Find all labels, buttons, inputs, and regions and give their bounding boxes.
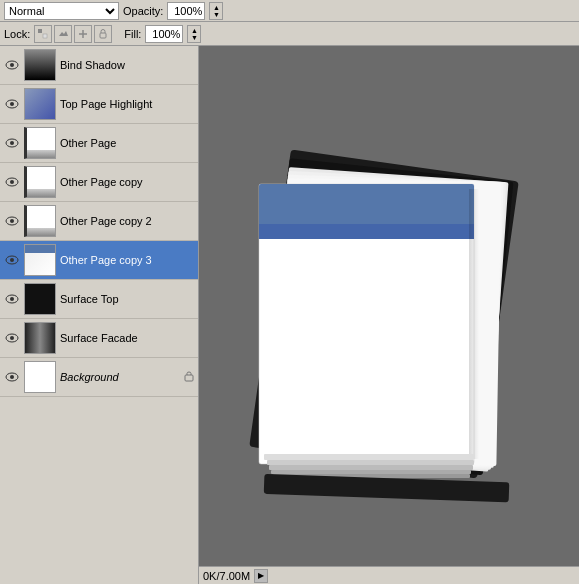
eye-icon-background[interactable]	[4, 369, 20, 385]
layers-panel: Bind ShadowTop Page HighlightOther PageO…	[0, 46, 199, 584]
status-bar: 0K/7.00M ▶	[199, 566, 579, 584]
layer-thumb-other-page-copy2	[24, 205, 56, 237]
opacity-label: Opacity:	[123, 5, 163, 17]
calendar-illustration	[209, 84, 579, 544]
top-toolbar: Normal Opacity: ▲ ▼	[0, 0, 579, 22]
layer-item-other-page-copy3[interactable]: Other Page copy 3	[0, 241, 198, 280]
svg-point-16	[10, 258, 14, 262]
fill-input[interactable]	[145, 25, 183, 43]
layer-thumb-other-page-copy3	[24, 244, 56, 276]
layer-item-bind-shadow[interactable]: Bind Shadow	[0, 46, 198, 85]
eye-icon-surface-top[interactable]	[4, 291, 20, 307]
layer-thumb-background	[24, 361, 56, 393]
status-text: 0K/7.00M	[203, 570, 250, 582]
svg-rect-33	[469, 189, 479, 459]
svg-point-20	[10, 336, 14, 340]
second-toolbar: Lock: Fill: ▲ ▼	[0, 22, 579, 46]
svg-rect-37	[271, 470, 471, 474]
eye-icon-other-page-copy3[interactable]	[4, 252, 20, 268]
layer-item-surface-top[interactable]: Surface Top	[0, 280, 198, 319]
layer-name-other-page: Other Page	[60, 137, 194, 149]
svg-point-8	[10, 102, 14, 106]
status-arrow-btn[interactable]: ▶	[254, 569, 268, 583]
layer-name-other-page-copy3: Other Page copy 3	[60, 254, 194, 266]
eye-icon-other-page-copy[interactable]	[4, 174, 20, 190]
layer-item-surface-facade[interactable]: Surface Facade	[0, 319, 198, 358]
layer-thumb-surface-top	[24, 283, 56, 315]
layer-name-surface-top: Surface Top	[60, 293, 194, 305]
lock-transparent-btn[interactable]	[34, 25, 52, 43]
eye-icon-surface-facade[interactable]	[4, 330, 20, 346]
svg-point-14	[10, 219, 14, 223]
layer-item-background[interactable]: Background	[0, 358, 198, 397]
svg-rect-4	[100, 33, 106, 38]
notebook-svg	[239, 124, 549, 504]
layer-thumb-other-page-copy	[24, 166, 56, 198]
canvas-area	[199, 64, 579, 584]
lock-label: Lock:	[4, 28, 30, 40]
layer-name-top-page-highlight: Top Page Highlight	[60, 98, 194, 110]
layer-item-other-page-copy2[interactable]: Other Page copy 2	[0, 202, 198, 241]
svg-point-6	[10, 63, 14, 67]
layer-name-surface-facade: Surface Facade	[60, 332, 194, 344]
layer-thumb-top-page-highlight	[24, 88, 56, 120]
lock-all-btn[interactable]	[94, 25, 112, 43]
svg-rect-1	[43, 34, 47, 38]
layer-thumb-other-page	[24, 127, 56, 159]
lock-image-btn[interactable]	[54, 25, 72, 43]
main-content: Bind ShadowTop Page HighlightOther PageO…	[0, 46, 579, 584]
svg-rect-32	[259, 224, 474, 239]
opacity-spinner[interactable]: ▲ ▼	[209, 2, 223, 20]
svg-point-22	[10, 375, 14, 379]
blend-mode-select[interactable]: Normal	[4, 2, 119, 20]
layer-name-bind-shadow: Bind Shadow	[60, 59, 194, 71]
layer-name-other-page-copy2: Other Page copy 2	[60, 215, 194, 227]
layer-thumb-surface-facade	[24, 322, 56, 354]
svg-rect-0	[38, 29, 42, 33]
fill-spinner[interactable]: ▲ ▼	[187, 25, 201, 43]
svg-rect-36	[269, 465, 473, 470]
layer-name-other-page-copy: Other Page copy	[60, 176, 194, 188]
lock-icons	[34, 25, 112, 43]
eye-icon-other-page[interactable]	[4, 135, 20, 151]
svg-point-18	[10, 297, 14, 301]
svg-point-10	[10, 141, 14, 145]
lock-position-btn[interactable]	[74, 25, 92, 43]
svg-rect-23	[185, 375, 193, 381]
layer-thumb-bind-shadow	[24, 49, 56, 81]
lock-badge-background	[184, 370, 194, 384]
svg-point-12	[10, 180, 14, 184]
svg-rect-39	[264, 474, 510, 503]
layer-item-other-page[interactable]: Other Page	[0, 124, 198, 163]
svg-rect-34	[264, 454, 474, 460]
layer-item-other-page-copy[interactable]: Other Page copy	[0, 163, 198, 202]
opacity-input[interactable]	[167, 2, 205, 20]
svg-rect-35	[267, 460, 474, 465]
layer-item-top-page-highlight[interactable]: Top Page Highlight	[0, 85, 198, 124]
eye-icon-other-page-copy2[interactable]	[4, 213, 20, 229]
eye-icon-bind-shadow[interactable]	[4, 57, 20, 73]
eye-icon-top-page-highlight[interactable]	[4, 96, 20, 112]
fill-label: Fill:	[124, 28, 141, 40]
layer-name-background: Background	[60, 371, 180, 383]
